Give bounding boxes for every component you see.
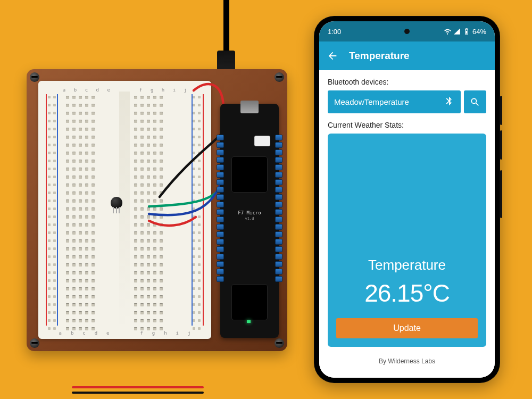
- wifi-icon: [444, 28, 451, 35]
- bluetooth-device-select[interactable]: MeadowTemperature: [328, 90, 461, 113]
- volume-up-button[interactable]: [500, 96, 502, 125]
- main-content: Bluetooth devices: MeadowTemperature Cur…: [319, 70, 495, 378]
- power-button[interactable]: [500, 170, 502, 218]
- usb-port: [240, 101, 259, 113]
- phone-frame: 1:00 64% Temperature Bluetooth dev: [314, 16, 500, 383]
- wire-black-bottom: [72, 392, 204, 394]
- microcontroller: F7 Micro v1.d: [220, 104, 279, 338]
- bluetooth-icon: [444, 96, 454, 108]
- footer-credit: By Wilderness Labs: [328, 358, 486, 372]
- chip-icon: [232, 157, 267, 192]
- jst-connector: [254, 136, 270, 146]
- app-bar: Temperature: [319, 41, 495, 70]
- front-camera: [404, 29, 410, 34]
- stats-section-label: Current Weather Stats:: [328, 121, 486, 129]
- weather-card: Temperature 26.15°C Update: [328, 134, 486, 347]
- phone-screen: 1:00 64% Temperature Bluetooth dev: [319, 21, 495, 378]
- volume-down-button[interactable]: [500, 130, 502, 160]
- wire-red-bottom: [72, 386, 204, 388]
- status-battery-pct: 64%: [472, 28, 486, 36]
- temperature-value: 26.15°C: [364, 279, 450, 307]
- mcu-version: v1.d: [220, 217, 279, 221]
- status-time: 1:00: [328, 28, 341, 36]
- bluetooth-device-name: MeadowTemperature: [334, 97, 409, 106]
- mcu-name: F7 Micro: [220, 210, 279, 215]
- search-button[interactable]: [464, 90, 486, 113]
- status-led: [247, 320, 251, 323]
- chip-icon: [232, 285, 267, 320]
- hack-board: abcde fghij abcde fghij: [27, 69, 287, 351]
- page-title: Temperature: [349, 50, 410, 62]
- bluetooth-section-label: Bluetooth devices:: [328, 78, 486, 86]
- update-button[interactable]: Update: [336, 318, 478, 338]
- back-arrow-icon[interactable]: [327, 50, 338, 62]
- signal-icon: [453, 28, 461, 35]
- svg-rect-0: [466, 31, 467, 34]
- temperature-label: Temperature: [368, 257, 446, 273]
- battery-icon: [463, 28, 470, 35]
- usb-cable: [217, 0, 235, 53]
